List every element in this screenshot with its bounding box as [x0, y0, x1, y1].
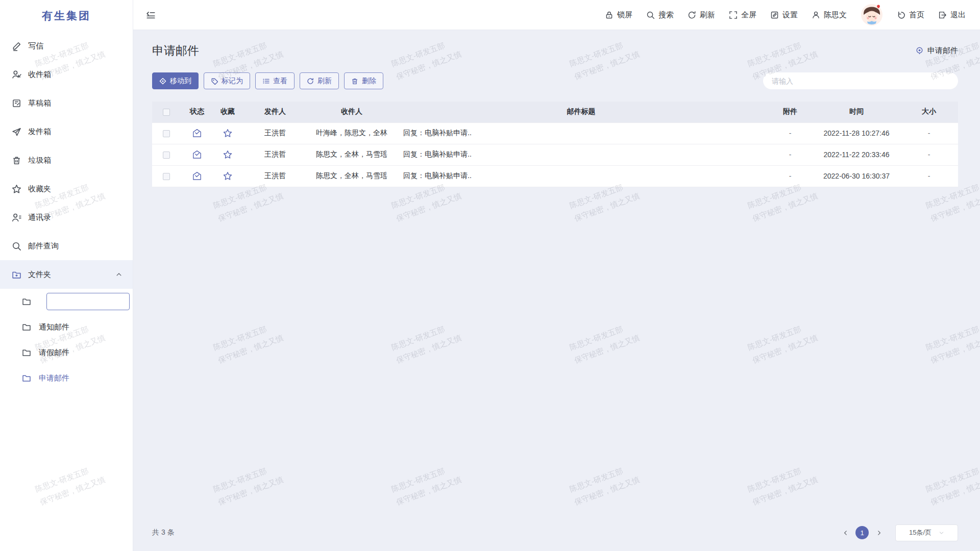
- favorite-star-icon[interactable]: [223, 150, 232, 159]
- cell-recipients: 陈思文，全林，马雪瑶: [308, 165, 395, 187]
- button-label: 查看: [273, 77, 287, 86]
- col-favorite: 收藏: [213, 102, 242, 122]
- table-header-row: 状态 收藏 发件人 收件人 邮件标题 附件 时间 大小: [152, 102, 958, 122]
- person-arrow-icon: [11, 69, 21, 80]
- sidebar-folder-notice[interactable]: 通知邮件: [0, 314, 133, 340]
- search-icon: [646, 11, 655, 19]
- refresh-button[interactable]: 刷新: [688, 10, 715, 20]
- mail-table: 状态 收藏 发件人 收件人 邮件标题 附件 时间 大小: [152, 102, 958, 187]
- cell-attachment: -: [767, 165, 813, 187]
- cell-time: 2022-11-22 20:33:46: [813, 144, 900, 165]
- sidebar-item-label: 垃圾箱: [28, 156, 51, 165]
- sidebar-item-contacts[interactable]: 通讯录: [0, 203, 133, 232]
- sidebar-item-label: 通讯录: [28, 213, 51, 222]
- menu-fold-icon[interactable]: [145, 10, 156, 20]
- new-folder-name-input[interactable]: [46, 293, 130, 310]
- col-sender: 发件人: [242, 102, 308, 122]
- folder-icon: [22, 322, 31, 332]
- table-row[interactable]: 王洪哲 陈思文，全林，马雪瑶 回复：电脑补贴申请.. - 2022-11-22 …: [152, 144, 958, 165]
- lock-icon: [605, 11, 614, 19]
- col-size: 大小: [900, 102, 958, 122]
- refresh-icon: [307, 78, 314, 85]
- row-checkbox[interactable]: [163, 130, 170, 137]
- topbar: 锁屏 搜索 刷新 全屏 设置: [133, 0, 980, 30]
- action-label: 搜索: [658, 10, 674, 20]
- refresh-list-button[interactable]: 刷新: [300, 72, 339, 89]
- view-button[interactable]: 查看: [255, 72, 295, 89]
- page-size-select[interactable]: 15条/页: [895, 524, 958, 541]
- cell-recipients: 陈思文，全林，马雪瑶: [308, 144, 395, 165]
- company-logo: 有生集团: [0, 0, 133, 32]
- sidebar-item-label: 写信: [28, 41, 43, 51]
- table-row[interactable]: 王洪哲 陈思文，全林，马雪瑶 回复：电脑补贴申请.. - 2022-06-30 …: [152, 165, 958, 187]
- sidebar-item-label: 收藏夹: [28, 184, 51, 194]
- search-button[interactable]: 搜索: [646, 10, 674, 20]
- favorite-star-icon[interactable]: [223, 129, 232, 138]
- toolbar: 移动到 标记为 查看 刷新 删除: [152, 72, 958, 89]
- pencil-icon: [11, 41, 21, 51]
- select-all-checkbox[interactable]: [163, 109, 170, 116]
- favorite-star-icon[interactable]: [223, 171, 232, 181]
- mail-read-icon: [192, 129, 202, 138]
- cell-time: 2022-06-30 16:30:37: [813, 165, 900, 187]
- prev-page-button[interactable]: [840, 530, 851, 536]
- folder-label: 申请邮件: [39, 373, 69, 383]
- user-name: 陈思文: [824, 10, 847, 20]
- sidebar-item-inbox[interactable]: 收件箱: [0, 60, 133, 89]
- sidebar-item-drafts[interactable]: 草稿箱: [0, 89, 133, 117]
- sidebar-folder-leave[interactable]: 请假邮件: [0, 340, 133, 365]
- cell-subject[interactable]: 回复：电脑补贴申请..: [395, 144, 767, 165]
- settings-button[interactable]: 设置: [770, 10, 798, 20]
- mail-filter-input[interactable]: [763, 72, 958, 89]
- cell-attachment: -: [767, 144, 813, 165]
- sidebar-item-favorites[interactable]: 收藏夹: [0, 174, 133, 203]
- sidebar-item-label: 发件箱: [28, 127, 51, 137]
- current-page-button[interactable]: 1: [855, 526, 869, 539]
- col-attachment: 附件: [767, 102, 813, 122]
- row-checkbox[interactable]: [163, 173, 170, 180]
- move-to-button[interactable]: 移动到: [152, 72, 199, 89]
- sidebar-item-sent[interactable]: 发件箱: [0, 117, 133, 146]
- main-area: 锁屏 搜索 刷新 全屏 设置: [133, 0, 980, 551]
- page-title: 申请邮件: [152, 43, 199, 59]
- lock-screen-button[interactable]: 锁屏: [605, 10, 632, 20]
- trash-icon: [351, 78, 358, 85]
- mark-as-button[interactable]: 标记为: [204, 72, 250, 89]
- new-folder-row: [0, 289, 133, 314]
- draft-icon: [11, 98, 21, 108]
- fullscreen-button[interactable]: 全屏: [729, 10, 756, 20]
- row-checkbox[interactable]: [163, 152, 170, 159]
- avatar[interactable]: [861, 4, 883, 26]
- exit-button[interactable]: 退出: [938, 10, 966, 20]
- total-count: 共 3 条: [152, 528, 175, 537]
- breadcrumb-label: 申请邮件: [927, 46, 958, 56]
- paper-plane-icon: [11, 127, 21, 137]
- button-label: 标记为: [222, 77, 243, 86]
- pager: 1 15条/页: [840, 524, 958, 541]
- folder-icon: [22, 373, 31, 383]
- table-row[interactable]: 王洪哲 叶海峰，陈思文，全林 回复：电脑补贴申请.. - 2022-11-28 …: [152, 122, 958, 144]
- cell-subject[interactable]: 回复：电脑补贴申请..: [395, 165, 767, 187]
- sidebar-item-label: 收件箱: [28, 70, 51, 80]
- col-status: 状态: [181, 102, 213, 122]
- sidebar-folder-application[interactable]: 申请邮件: [0, 365, 133, 391]
- title-row: 申请邮件 申请邮件: [152, 43, 958, 59]
- delete-button[interactable]: 删除: [344, 72, 383, 89]
- sidebar-item-label: 文件夹: [28, 270, 51, 280]
- next-page-button[interactable]: [873, 530, 885, 536]
- trash-icon: [11, 155, 21, 165]
- breadcrumb[interactable]: 申请邮件: [915, 46, 958, 56]
- sidebar-item-trash[interactable]: 垃圾箱: [0, 146, 133, 174]
- cell-sender: 王洪哲: [242, 165, 308, 187]
- cell-subject[interactable]: 回复：电脑补贴申请..: [395, 122, 767, 144]
- col-recipients: 收件人: [308, 102, 395, 122]
- home-button[interactable]: 首页: [897, 10, 924, 20]
- chevron-left-icon: [842, 530, 849, 536]
- refresh-icon: [688, 11, 696, 19]
- user-icon: [812, 11, 820, 19]
- sidebar-item-mail-search[interactable]: 邮件查询: [0, 232, 133, 260]
- sidebar-item-compose[interactable]: 写信: [0, 32, 133, 60]
- mail-read-icon: [192, 150, 202, 159]
- sidebar-item-folders[interactable]: 文件夹: [0, 260, 133, 289]
- current-user[interactable]: 陈思文: [812, 10, 847, 20]
